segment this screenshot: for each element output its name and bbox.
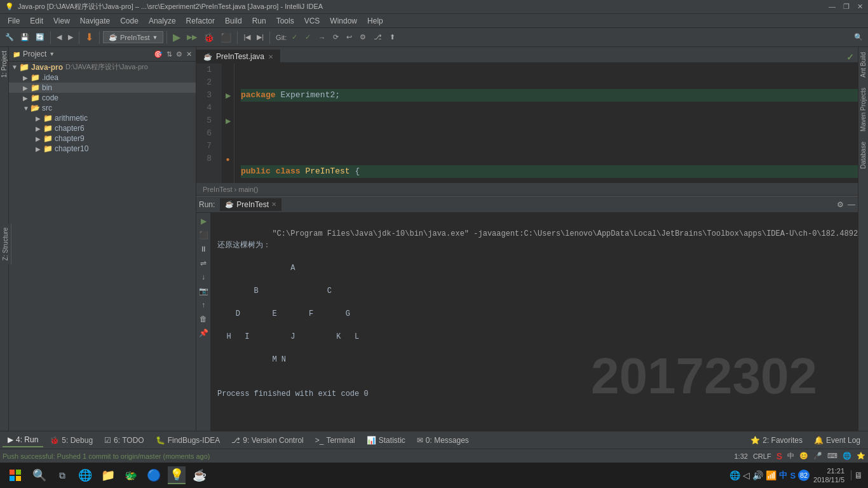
toolbar-sync[interactable]: 🔄: [33, 32, 47, 43]
menu-tools[interactable]: Tools: [271, 15, 299, 27]
search-everywhere[interactable]: 🔍: [851, 32, 865, 43]
menu-refactor[interactable]: Refactor: [181, 15, 220, 27]
search-taskbar[interactable]: 🔍: [31, 466, 48, 484]
window-controls[interactable]: — ❐ ✕: [829, 3, 863, 11]
scroll-up-button[interactable]: ↑: [198, 299, 209, 311]
run-close-icon[interactable]: —: [848, 200, 855, 209]
locate-icon[interactable]: 🎯: [154, 50, 163, 58]
findbugs-tool-tab[interactable]: 🐛 FindBugs-IDEA: [151, 434, 226, 447]
menu-edit[interactable]: Edit: [25, 15, 48, 27]
tree-code[interactable]: ▶ 📁 code: [9, 93, 196, 103]
debug-tool-tab[interactable]: 🐞 5: Debug: [44, 434, 98, 447]
tray-arrow[interactable]: ◁: [743, 470, 750, 480]
toolbar-forward[interactable]: ▶: [65, 32, 76, 43]
debug-button[interactable]: 🐞: [201, 31, 217, 44]
git-branch[interactable]: ⎇: [371, 32, 384, 43]
toolbar-btn2[interactable]: ▶|: [254, 32, 266, 43]
tab-preintest[interactable]: ☕ PreInTest.java ✕: [196, 50, 280, 63]
project-dropdown-arrow[interactable]: ▼: [49, 51, 55, 57]
tray-wifi[interactable]: 📶: [766, 470, 776, 480]
screenshot-button[interactable]: 📷: [198, 285, 209, 297]
tray-network[interactable]: 🌐: [729, 470, 740, 480]
tray-lang[interactable]: 中: [779, 470, 787, 481]
task-view[interactable]: ⧉: [53, 466, 71, 484]
close-panel-icon[interactable]: ✕: [186, 50, 192, 58]
rerun-button[interactable]: ▶: [198, 215, 209, 227]
run-with-coverage[interactable]: ▶▶: [184, 32, 200, 43]
sort-icon[interactable]: ⇅: [166, 50, 172, 58]
stop-run-button[interactable]: ⬛: [198, 229, 209, 241]
project-tab[interactable]: 1: Project: [0, 47, 9, 81]
toolbar-save[interactable]: 💾: [18, 32, 32, 43]
run-tool-tab[interactable]: ▶ 4: Run: [3, 433, 43, 447]
menu-navigate[interactable]: Navigate: [75, 15, 115, 27]
git-revert[interactable]: ↩: [344, 32, 355, 43]
menu-vcs[interactable]: VCS: [299, 15, 325, 27]
clear-button[interactable]: 🗑: [198, 313, 209, 325]
run-tab-preintest[interactable]: ☕ PreInTest ✕: [220, 198, 281, 211]
menu-help[interactable]: Help: [362, 15, 388, 27]
tab-close-icon[interactable]: ✕: [268, 53, 273, 60]
toolbar-rerun[interactable]: ⬇: [83, 30, 96, 44]
tree-bin[interactable]: ▶ 📁 bin: [9, 83, 196, 93]
edge-browser[interactable]: 🌐: [76, 466, 94, 484]
favorites-tab[interactable]: ⭐ 2: Favorites: [745, 434, 808, 447]
close-button[interactable]: ✕: [857, 3, 863, 11]
code-editor[interactable]: 1 2 3 4 5 6 7 8 ▶ ▶: [196, 64, 858, 183]
pause-button[interactable]: ⏸: [198, 243, 209, 255]
tree-arithmetic[interactable]: ▶ 📁 arithmetic: [9, 113, 196, 123]
wrap-button[interactable]: ⇌: [198, 257, 209, 269]
run-tab-close[interactable]: ✕: [271, 201, 276, 208]
run-config-dropdown[interactable]: ☕ PreInTest ▼: [103, 31, 163, 43]
maven-projects-tab[interactable]: Maven Projects: [858, 83, 868, 137]
run-gutter-3[interactable]: ▶: [222, 89, 234, 102]
tray-input[interactable]: S: [790, 471, 796, 480]
menu-view[interactable]: View: [48, 15, 75, 27]
git-push[interactable]: ⬆: [387, 32, 398, 43]
settings-icon[interactable]: ⚙: [176, 50, 182, 58]
event-log-tab[interactable]: 🔔 Event Log: [809, 434, 865, 447]
todo-tool-tab[interactable]: ☑ 6: TODO: [99, 434, 149, 447]
dragon-icon[interactable]: 🐲: [122, 466, 140, 484]
scroll-end-button[interactable]: ↓: [198, 271, 209, 283]
code-content[interactable]: package Experiment2; public class PreInT…: [234, 64, 858, 183]
tray-volume[interactable]: 🔊: [752, 470, 763, 480]
run-settings-icon[interactable]: ⚙: [837, 200, 844, 209]
maximize-button[interactable]: ❐: [843, 3, 850, 11]
ant-build-tab[interactable]: Ant Build: [858, 47, 868, 83]
java-taskbar[interactable]: ☕: [191, 466, 208, 484]
git-check[interactable]: ✓: [289, 32, 300, 43]
ie-browser[interactable]: 🔵: [145, 466, 163, 484]
z-structure-tab[interactable]: Z: Structure: [0, 224, 11, 264]
idea-taskbar[interactable]: 💡: [168, 466, 186, 484]
tree-src[interactable]: ▼ 📂 src: [9, 103, 196, 113]
menu-file[interactable]: File: [3, 15, 25, 27]
menu-build[interactable]: Build: [220, 15, 247, 27]
git-check2[interactable]: ✓: [302, 32, 313, 43]
tree-chapter9[interactable]: ▶ 📁 chapter9: [9, 133, 196, 144]
menu-code[interactable]: Code: [115, 15, 144, 27]
start-button[interactable]: [5, 465, 25, 485]
menu-analyze[interactable]: Analyze: [144, 15, 181, 27]
statistic-tool-tab[interactable]: 📊 Statistic: [362, 434, 410, 447]
minimize-button[interactable]: —: [829, 3, 836, 11]
toolbar-btn1[interactable]: |◀: [241, 32, 253, 43]
menu-window[interactable]: Window: [325, 15, 362, 27]
version-control-tab[interactable]: ⎇ 9: Version Control: [226, 434, 308, 447]
run-gutter-5[interactable]: ▶: [222, 114, 234, 127]
tree-idea[interactable]: ▶ 📁 .idea: [9, 72, 196, 83]
menu-run[interactable]: Run: [247, 15, 271, 27]
file-explorer[interactable]: 📁: [99, 466, 117, 484]
tray-badge[interactable]: 82: [798, 470, 810, 481]
pin-button[interactable]: 📌: [198, 327, 209, 339]
run-button[interactable]: ▶: [170, 30, 183, 44]
toolbar-back[interactable]: ◀: [54, 32, 64, 43]
tree-chapter10[interactable]: ▶ 📁 chapter10: [9, 144, 196, 154]
toolbar-settings[interactable]: 🔧: [3, 32, 17, 43]
tree-chapter6[interactable]: ▶ 📁 chapter6: [9, 123, 196, 133]
messages-tool-tab[interactable]: ✉ 0: Messages: [412, 434, 474, 447]
git-arrow1[interactable]: →: [316, 32, 328, 43]
tree-root[interactable]: ▼ 📁 Java-pro D:\JAVA程序设计\Java-pro: [9, 62, 196, 72]
git-config[interactable]: ⚙: [357, 32, 369, 43]
system-clock[interactable]: 21:21 2018/11/5: [813, 466, 844, 485]
